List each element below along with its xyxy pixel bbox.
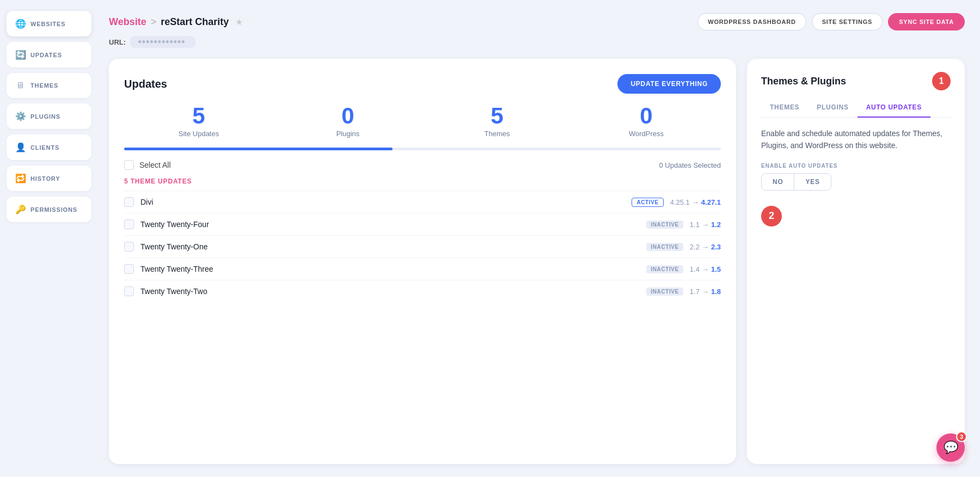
theme-checkbox-twentytwo[interactable] bbox=[124, 286, 134, 296]
theme-status-badge-twentyone: INACTIVE bbox=[646, 243, 683, 251]
content-area: Updates UPDATE EVERYTHING 5 Site Updates… bbox=[109, 59, 965, 464]
version-to-twentytwo: 1.8 bbox=[711, 288, 721, 296]
permissions-icon: 🔑 bbox=[15, 204, 25, 215]
sidebar-item-websites[interactable]: 🌐 WEBSITES bbox=[7, 11, 91, 36]
version-group-twentytwo: 1.7 → 1.8 bbox=[690, 288, 721, 296]
toggle-yes-button[interactable]: YES bbox=[794, 174, 830, 190]
panel-badge-2: 2 bbox=[761, 206, 782, 227]
stat-label-themes: Themes bbox=[422, 130, 572, 138]
version-group-twentyfour: 1.1 → 1.2 bbox=[690, 221, 721, 229]
history-icon: 🔁 bbox=[15, 173, 25, 184]
chat-button[interactable]: 💬 3 bbox=[936, 433, 965, 462]
arrow-icon-divi: → bbox=[692, 198, 699, 206]
updates-card-header: Updates UPDATE EVERYTHING bbox=[124, 74, 721, 94]
arrow-icon-twentythree: → bbox=[702, 265, 709, 273]
arrow-icon-twentyfour: → bbox=[702, 221, 709, 229]
theme-name-twentythree: Twenty Twenty-Three bbox=[140, 265, 640, 273]
theme-status-badge-twentytwo: INACTIVE bbox=[646, 288, 683, 296]
version-group-divi: 4.25.1 → 4.27.1 bbox=[670, 198, 721, 206]
stat-label-site-updates: Site Updates bbox=[124, 130, 273, 138]
stat-number-plugins: 0 bbox=[273, 105, 422, 127]
version-from-twentyone: 2.2 bbox=[690, 243, 700, 251]
version-group-twentythree: 1.4 → 1.5 bbox=[690, 265, 721, 273]
theme-status-badge-twentythree: INACTIVE bbox=[646, 265, 683, 273]
progress-container bbox=[124, 148, 721, 150]
stat-label-plugins: Plugins bbox=[273, 130, 422, 138]
version-from-divi: 4.25.1 bbox=[670, 198, 690, 206]
clients-icon: 👤 bbox=[15, 142, 25, 152]
updates-selected-count: 0 Updates Selected bbox=[659, 161, 721, 169]
update-everything-button[interactable]: UPDATE EVERYTHING bbox=[617, 74, 721, 94]
favorite-star-icon[interactable]: ★ bbox=[235, 17, 243, 27]
stat-themes: 5 Themes bbox=[422, 105, 572, 138]
wordpress-dashboard-button[interactable]: WORDPRESS DASHBOARD bbox=[697, 13, 806, 30]
toggle-no-button[interactable]: NO bbox=[762, 174, 794, 190]
sidebar-item-history[interactable]: 🔁 HISTORY bbox=[7, 166, 91, 191]
panel-header: Themes & Plugins 1 bbox=[761, 72, 951, 90]
stat-plugins: 0 Plugins bbox=[273, 105, 422, 138]
updates-icon: 🔄 bbox=[15, 50, 25, 60]
breadcrumb: Website > reStart Charity ★ bbox=[109, 16, 243, 28]
sidebar: 🌐 WEBSITES 🔄 UPDATES 🖥 THEMES ⚙️ PLUGINS… bbox=[0, 0, 98, 477]
theme-updates-section-title: 5 THEME UPDATES bbox=[124, 178, 721, 185]
arrow-icon-twentyone: → bbox=[702, 243, 709, 251]
version-group-twentyone: 2.2 → 2.3 bbox=[690, 243, 721, 251]
theme-name-twentyone: Twenty Twenty-One bbox=[140, 242, 640, 251]
theme-checkbox-twentythree[interactable] bbox=[124, 264, 134, 274]
top-header: Website > reStart Charity ★ WORDPRESS DA… bbox=[109, 13, 965, 30]
breadcrumb-current-site: reStart Charity bbox=[161, 16, 229, 28]
right-panel: Themes & Plugins 1 THEMES PLUGINS AUTO U… bbox=[747, 59, 965, 464]
header-action-buttons: WORDPRESS DASHBOARD SITE SETTINGS SYNC S… bbox=[697, 13, 965, 30]
table-row: Twenty Twenty-One INACTIVE 2.2 → 2.3 bbox=[124, 235, 721, 258]
version-from-twentythree: 1.4 bbox=[690, 265, 700, 273]
url-value: ●●●●●●●●●●●● bbox=[130, 36, 195, 48]
tab-plugins[interactable]: PLUGINS bbox=[808, 99, 857, 118]
site-settings-button[interactable]: SITE SETTINGS bbox=[812, 13, 883, 30]
sidebar-item-clients[interactable]: 👤 CLIENTS bbox=[7, 134, 91, 160]
stats-row: 5 Site Updates 0 Plugins 5 Themes 0 Word… bbox=[124, 105, 721, 138]
stat-number-site-updates: 5 bbox=[124, 105, 273, 127]
table-row: Twenty Twenty-Two INACTIVE 1.7 → 1.8 bbox=[124, 280, 721, 302]
stat-wordpress: 0 WordPress bbox=[572, 105, 721, 138]
arrow-icon-twentytwo: → bbox=[702, 288, 709, 296]
sidebar-item-plugins[interactable]: ⚙️ PLUGINS bbox=[7, 103, 91, 129]
globe-icon: 🌐 bbox=[15, 19, 25, 29]
chat-icon: 💬 bbox=[944, 441, 958, 455]
main-content: Website > reStart Charity ★ WORDPRESS DA… bbox=[98, 0, 980, 477]
theme-status-badge-divi: ACTIVE bbox=[632, 198, 663, 207]
select-all-label: Select All bbox=[139, 161, 171, 169]
sidebar-item-updates[interactable]: 🔄 UPDATES bbox=[7, 42, 91, 68]
theme-checkbox-divi[interactable] bbox=[124, 197, 134, 207]
url-label: URL: bbox=[109, 38, 126, 46]
theme-name-divi: Divi bbox=[140, 198, 625, 206]
version-to-twentyone: 2.3 bbox=[711, 243, 721, 251]
sidebar-item-themes[interactable]: 🖥 THEMES bbox=[7, 73, 91, 98]
table-row: Divi ACTIVE 4.25.1 → 4.27.1 bbox=[124, 191, 721, 213]
select-all-left: Select All bbox=[124, 160, 171, 170]
version-to-divi: 4.27.1 bbox=[701, 198, 721, 206]
progress-bar bbox=[124, 148, 393, 150]
version-from-twentytwo: 1.7 bbox=[690, 288, 700, 296]
stat-number-themes: 5 bbox=[422, 105, 572, 127]
sync-site-data-button[interactable]: SYNC SITE DATA bbox=[888, 13, 965, 30]
panel-description: Enable and schedule automated updates fo… bbox=[761, 127, 951, 152]
select-all-row: Select All 0 Updates Selected bbox=[124, 160, 721, 170]
theme-name-twentytwo: Twenty Twenty-Two bbox=[140, 287, 640, 296]
version-from-twentyfour: 1.1 bbox=[690, 221, 700, 229]
select-all-checkbox[interactable] bbox=[124, 160, 134, 170]
table-row: Twenty Twenty-Four INACTIVE 1.1 → 1.2 bbox=[124, 213, 721, 235]
themes-icon: 🖥 bbox=[15, 81, 25, 90]
theme-status-badge-twentyfour: INACTIVE bbox=[646, 221, 683, 229]
theme-checkbox-twentyfour[interactable] bbox=[124, 219, 134, 229]
tab-themes[interactable]: THEMES bbox=[761, 99, 808, 118]
auto-updates-toggle: NO YES bbox=[761, 173, 831, 191]
panel-badge-1: 1 bbox=[932, 72, 951, 90]
panel-tabs: THEMES PLUGINS AUTO UPDATES bbox=[761, 99, 951, 118]
plugins-icon: ⚙️ bbox=[15, 111, 25, 121]
sidebar-item-permissions[interactable]: 🔑 PERMISSIONS bbox=[7, 197, 91, 222]
tab-auto-updates[interactable]: AUTO UPDATES bbox=[857, 99, 930, 118]
theme-checkbox-twentyone[interactable] bbox=[124, 242, 134, 252]
breadcrumb-separator: > bbox=[151, 16, 157, 28]
breadcrumb-website-link[interactable]: Website bbox=[109, 16, 146, 28]
url-bar: URL: ●●●●●●●●●●●● bbox=[109, 36, 965, 48]
